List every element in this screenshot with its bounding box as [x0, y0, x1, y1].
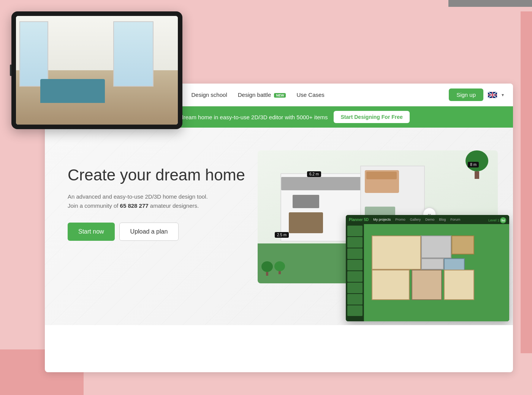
- sidebar-item-3[interactable]: [347, 248, 363, 259]
- nav-right: Sign up ▾: [449, 88, 504, 101]
- design-battle-text: Design battle: [238, 92, 271, 98]
- editor-canvas: [364, 224, 509, 321]
- tablet-device: Planner 5D: [11, 11, 182, 129]
- level-indicator: Level 1 5d: [487, 216, 508, 224]
- top-right-bar: [448, 0, 532, 7]
- fp2d-extra-room: [444, 270, 474, 300]
- measure-label-3: 2.5 m: [275, 232, 289, 238]
- tablet-room-view: [16, 16, 178, 125]
- hero-buttons: Start now Upload a plan: [68, 223, 250, 241]
- upload-plan-button[interactable]: Upload a plan: [119, 223, 179, 241]
- editor-sidebar: [346, 224, 364, 321]
- editor-tab-forum[interactable]: Forum: [450, 218, 460, 221]
- sidebar-item-5[interactable]: [347, 271, 363, 282]
- sidebar-item-2[interactable]: [347, 237, 363, 248]
- hero-subtitle: An advanced and easy-to-use 2D/3D home d…: [68, 192, 250, 210]
- language-flag: [488, 92, 497, 98]
- editor-tab-demo[interactable]: Demo: [425, 218, 434, 221]
- subtitle-line3: amateur designers.: [150, 202, 199, 209]
- room-sofa: [40, 79, 105, 103]
- fp2d-kitchen: [421, 235, 451, 258]
- measure-label-1: 6.2 m: [307, 171, 321, 177]
- fp2d-garage: [451, 235, 474, 254]
- editor-tab-gallery[interactable]: Gallery: [410, 218, 421, 221]
- fp2d-bedroom1: [372, 270, 410, 300]
- hero-visual: 6.2 m 8 m 2.5 m ✓ ↔ ↺ 🗑: [250, 150, 498, 310]
- start-designing-button[interactable]: Start Designing For Free: [334, 111, 409, 123]
- nav-link-design-school[interactable]: Design school: [192, 92, 227, 98]
- sign-up-button[interactable]: Sign up: [449, 88, 483, 101]
- measure-label-2: 8 m: [468, 162, 479, 167]
- sidebar-item-6[interactable]: [347, 283, 363, 293]
- hero-content: Create your dream home An advanced and e…: [68, 150, 250, 241]
- community-count: 65 828 277: [120, 202, 149, 209]
- fp2d-hallway: [421, 258, 444, 270]
- sidebar-item-1[interactable]: [347, 226, 363, 236]
- room-window-left: [19, 21, 49, 87]
- tablet-screen: Planner 5D: [16, 16, 178, 125]
- room-window-right: [113, 21, 154, 87]
- sidebar-item-4[interactable]: [347, 260, 363, 270]
- editor-toolbar: Planner 5D My projects Promo Gallery Dem…: [346, 215, 509, 224]
- tablet-side-button: [10, 65, 11, 76]
- nav-link-use-cases[interactable]: Use Cases: [296, 92, 324, 98]
- fp2d-living: [372, 235, 421, 270]
- level-text: Level 1: [488, 218, 499, 222]
- language-chevron[interactable]: ▾: [502, 92, 504, 98]
- 2d-editor-screenshot: Planner 5D My projects Promo Gallery Dem…: [346, 215, 509, 321]
- editor-tab-my-projects[interactable]: My projects: [373, 218, 391, 221]
- fp2d-bedroom2: [412, 270, 442, 300]
- subtitle-line1: An advanced and easy-to-use 2D/3D home d…: [68, 193, 208, 200]
- nav-link-design-battle[interactable]: Design battle NEW: [238, 92, 286, 98]
- hero-section: Create your dream home An advanced and e…: [45, 128, 513, 325]
- subtitle-line2: Join a community of: [68, 202, 118, 209]
- sidebar-item-8[interactable]: [347, 305, 363, 316]
- right-side-bar: [521, 11, 532, 353]
- fp2d-layout: [368, 228, 505, 318]
- start-now-button[interactable]: Start now: [68, 223, 115, 241]
- editor-body: [346, 224, 509, 321]
- hero-title: Create your dream home: [68, 166, 250, 185]
- editor-tab-blog[interactable]: Blog: [439, 218, 446, 221]
- editor-tab-promo[interactable]: Promo: [395, 218, 405, 221]
- new-badge: NEW: [274, 93, 286, 98]
- editor-logo: Planner 5D: [349, 218, 369, 222]
- tablet-frame: Planner 5D: [11, 11, 182, 129]
- sidebar-item-7[interactable]: [347, 294, 363, 305]
